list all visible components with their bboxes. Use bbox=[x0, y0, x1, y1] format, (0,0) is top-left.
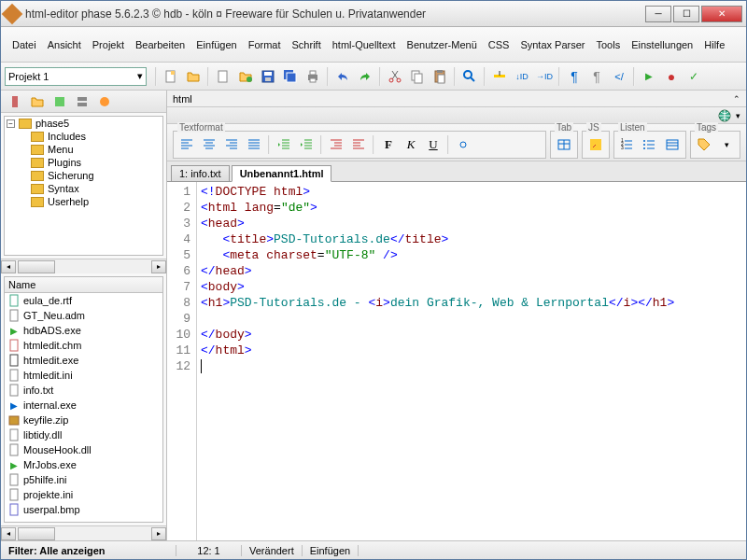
tree-item-plugins[interactable]: Plugins bbox=[5, 156, 162, 169]
collapse-icon[interactable]: ⌃ bbox=[733, 94, 740, 104]
tag-close-button[interactable]: </ bbox=[609, 66, 629, 87]
menu-projekt[interactable]: Projekt bbox=[87, 37, 130, 52]
copy-button[interactable] bbox=[407, 66, 428, 87]
tree-config-button[interactable] bbox=[94, 91, 115, 112]
bookmark-button[interactable] bbox=[489, 66, 510, 87]
svg-rect-27 bbox=[10, 310, 18, 321]
save-all-button[interactable] bbox=[280, 66, 301, 87]
file-item[interactable]: ▶MrJobs.exe bbox=[5, 457, 162, 472]
js-button[interactable] bbox=[585, 134, 606, 155]
menu-benutzer-menue[interactable]: Benutzer-Menü bbox=[402, 37, 483, 52]
new-doc-button[interactable] bbox=[213, 66, 233, 87]
indent-button[interactable] bbox=[296, 134, 317, 155]
indent2-button[interactable] bbox=[326, 134, 346, 155]
file-item[interactable]: ▶internal.exe bbox=[5, 398, 162, 413]
record-button[interactable]: ● bbox=[661, 66, 682, 87]
align-justify-button[interactable] bbox=[244, 134, 264, 155]
find-button[interactable] bbox=[459, 66, 480, 87]
menu-syntax-parser[interactable]: Syntax Parser bbox=[514, 37, 590, 52]
file-item[interactable]: p5hilfe.ini bbox=[5, 472, 162, 487]
menu-schrift[interactable]: Schrift bbox=[287, 37, 327, 52]
file-item[interactable]: htmledit.chm bbox=[5, 338, 162, 353]
id-mark-button[interactable]: ↓ID bbox=[512, 66, 532, 87]
file-list[interactable]: Name eula_de.rtfGT_Neu.adm▶hdbADS.exehtm… bbox=[4, 276, 163, 523]
check-button[interactable]: ✓ bbox=[684, 66, 704, 87]
menu-hilfe[interactable]: Hilfe bbox=[698, 37, 730, 52]
run-button[interactable]: ▶ bbox=[639, 66, 659, 87]
paste-button[interactable] bbox=[430, 66, 450, 87]
open-file-button[interactable] bbox=[183, 66, 204, 87]
menu-format[interactable]: Format bbox=[243, 37, 287, 52]
bold-button[interactable]: F bbox=[378, 134, 399, 155]
close-button[interactable]: ✕ bbox=[701, 6, 742, 22]
tag-button[interactable] bbox=[694, 134, 714, 155]
outdent2-button[interactable] bbox=[348, 134, 369, 155]
file-item[interactable]: userpal.bmp bbox=[5, 502, 162, 517]
cut-button[interactable] bbox=[385, 66, 405, 87]
code-editor[interactable]: 123456789101112 <!DOCTYPE html> <html la… bbox=[167, 182, 746, 540]
align-left-button[interactable] bbox=[176, 134, 197, 155]
tree-open-button[interactable] bbox=[27, 91, 48, 112]
project-select[interactable]: Projekt 1 ▾ bbox=[5, 67, 147, 86]
menu-ansicht[interactable]: Ansicht bbox=[42, 37, 87, 52]
align-right-button[interactable] bbox=[221, 134, 242, 155]
list-ul-button[interactable] bbox=[640, 134, 660, 155]
link-button[interactable] bbox=[453, 134, 473, 155]
file-item[interactable]: keyfile.zip bbox=[5, 413, 162, 427]
tree-server-button[interactable] bbox=[72, 91, 92, 112]
file-list-header[interactable]: Name bbox=[5, 277, 162, 293]
tree-home-button[interactable] bbox=[5, 91, 25, 112]
italic-button[interactable]: K bbox=[401, 134, 421, 155]
outdent-button[interactable] bbox=[274, 134, 294, 155]
pilcrow2-button[interactable]: ¶ bbox=[586, 66, 607, 87]
maximize-button[interactable]: ☐ bbox=[673, 6, 699, 22]
folder-tree[interactable]: − phase5 Includes Menu Plugins Sicherung… bbox=[4, 116, 163, 256]
list-ol-button[interactable]: 123 bbox=[617, 134, 638, 155]
menu-einstellungen[interactable]: Einstellungen bbox=[626, 37, 698, 52]
menu-css[interactable]: CSS bbox=[483, 37, 515, 52]
tab-info-txt[interactable]: 1: info.txt bbox=[171, 165, 230, 181]
filelist-scrollbar[interactable]: ◂▸ bbox=[1, 525, 166, 540]
tag-down-button[interactable]: ▾ bbox=[716, 134, 737, 155]
id-jump-button[interactable]: →ID bbox=[534, 66, 555, 87]
list-table-button[interactable] bbox=[662, 134, 683, 155]
file-item[interactable]: eula_de.rtf bbox=[5, 293, 162, 308]
menu-tools[interactable]: Tools bbox=[591, 37, 627, 52]
file-item[interactable]: htmledit.ini bbox=[5, 368, 162, 383]
underline-button[interactable]: U bbox=[423, 134, 444, 155]
undo-button[interactable] bbox=[332, 66, 353, 87]
group-tab: Tab bbox=[555, 122, 573, 133]
tree-refresh-button[interactable] bbox=[49, 91, 70, 112]
new-file-button[interactable] bbox=[161, 66, 181, 87]
redo-button[interactable] bbox=[355, 66, 375, 87]
open-folder-button[interactable] bbox=[235, 66, 256, 87]
collapse-icon[interactable]: − bbox=[7, 119, 15, 128]
file-item[interactable]: info.txt bbox=[5, 383, 162, 398]
file-item[interactable]: ▶hdbADS.exe bbox=[5, 323, 162, 338]
menu-bearbeiten[interactable]: Bearbeiten bbox=[130, 37, 190, 52]
print-button[interactable] bbox=[303, 66, 323, 87]
tree-item-menu[interactable]: Menu bbox=[5, 143, 162, 156]
table-button[interactable] bbox=[554, 134, 574, 155]
align-center-button[interactable] bbox=[199, 134, 219, 155]
tree-item-sicherung[interactable]: Sicherung bbox=[5, 169, 162, 182]
tree-root[interactable]: − phase5 bbox=[5, 117, 162, 130]
tab-unbenannt1[interactable]: Unbenannt1.html bbox=[232, 165, 332, 182]
tree-item-includes[interactable]: Includes bbox=[5, 130, 162, 143]
save-button[interactable] bbox=[258, 66, 278, 87]
minimize-button[interactable]: ─ bbox=[645, 6, 671, 22]
file-item[interactable]: htmledit.exe bbox=[5, 353, 162, 368]
tree-item-syntax[interactable]: Syntax bbox=[5, 182, 162, 195]
code-area[interactable]: <!DOCTYPE html> <html lang="de"> <head> … bbox=[197, 182, 746, 540]
file-item[interactable]: MouseHook.dll bbox=[5, 442, 162, 457]
tree-item-userhelp[interactable]: Userhelp bbox=[5, 195, 162, 208]
menu-einfuegen[interactable]: Einfügen bbox=[190, 37, 242, 52]
file-item[interactable]: libtidy.dll bbox=[5, 427, 162, 442]
tree-scrollbar[interactable]: ◂▸ bbox=[1, 259, 166, 273]
menu-html-quelltext[interactable]: html-Quelltext bbox=[327, 37, 402, 52]
file-item[interactable]: projekte.ini bbox=[5, 487, 162, 502]
file-item[interactable]: GT_Neu.adm bbox=[5, 308, 162, 323]
statusbar: Filter: Alle anzeigen 12: 1 Verändert Ei… bbox=[1, 540, 746, 559]
menu-datei[interactable]: Datei bbox=[7, 37, 42, 52]
pilcrow-button[interactable]: ¶ bbox=[564, 66, 585, 87]
